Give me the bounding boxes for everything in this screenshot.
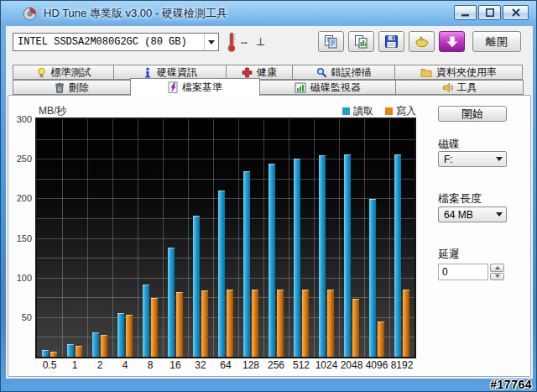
spin-up-button[interactable]	[490, 264, 504, 272]
download-button[interactable]	[439, 31, 465, 52]
tab-label: 磁碟監視器	[310, 81, 361, 95]
write-bar	[76, 346, 82, 357]
tab-tools[interactable]: 工具	[395, 80, 524, 95]
app-logo-icon	[23, 7, 37, 21]
read-bar	[92, 332, 99, 357]
legend-read-label: 讀取	[353, 104, 373, 118]
gridline	[37, 159, 414, 159]
tab-row-bottom: 刪除 檔案基準 磁碟監視器	[13, 80, 524, 96]
tab-erase[interactable]: 刪除	[13, 80, 131, 95]
gridline	[339, 119, 340, 357]
write-bar	[50, 352, 57, 357]
x-axis-label: 8192	[388, 359, 416, 371]
gridline	[37, 258, 414, 259]
write-bar	[302, 290, 309, 357]
x-axis-label: 256	[262, 359, 290, 371]
chevron-down-icon[interactable]	[204, 34, 218, 50]
y-axis-label: 300	[8, 114, 32, 124]
x-axis-label: 128	[237, 359, 265, 371]
tab-error-scan[interactable]: 錯誤掃描	[292, 65, 395, 80]
tab-disk-monitor[interactable]: 磁碟監視器	[259, 80, 396, 95]
tab-benchmark[interactable]: 標準測試	[13, 65, 114, 80]
gridline	[188, 119, 189, 357]
delay-label: 延遲	[438, 247, 460, 262]
disk-select[interactable]: F:	[438, 151, 507, 167]
tab-label: 資料夾使用率	[436, 65, 497, 80]
up-arrow-icon	[495, 266, 500, 269]
gridline	[213, 119, 214, 357]
read-bar	[67, 344, 74, 357]
gridline	[263, 119, 264, 357]
gridline	[364, 119, 365, 357]
gridline	[37, 179, 414, 180]
read-bar	[243, 171, 250, 357]
maximize-button[interactable]	[478, 5, 501, 20]
x-axis-label: 2	[86, 359, 114, 371]
minimize-button[interactable]	[454, 5, 477, 20]
delay-input[interactable]	[438, 264, 488, 280]
y-axis-label: 200	[8, 193, 32, 203]
disk-label: 磁碟	[438, 137, 460, 152]
file-length-select[interactable]: 64 MB	[438, 206, 507, 222]
tab-label: 刪除	[69, 81, 89, 95]
tab-row-top: 標準測試 硬碟資訊 健康 錯誤掃描	[13, 65, 523, 80]
x-axis-label: 1024	[312, 359, 341, 371]
read-bar	[218, 191, 225, 357]
gridline	[37, 297, 414, 298]
benchmark-panel: MB/秒 讀取 寫入 50100150200250300 0.512481632…	[8, 95, 531, 377]
start-button[interactable]: 開始	[438, 106, 507, 122]
tab-label: 檔案基準	[182, 81, 222, 95]
options-button[interactable]	[409, 31, 435, 52]
read-bar	[268, 164, 275, 357]
exit-button[interactable]: 離開	[472, 31, 521, 52]
y-axis-label: 50	[8, 312, 32, 322]
copy-text-button[interactable]	[318, 31, 344, 52]
down-arrow-icon	[446, 35, 459, 49]
write-bar	[126, 315, 133, 357]
copy-icon	[324, 34, 338, 49]
copy-image-button[interactable]	[348, 31, 374, 52]
legend-write-label: 寫入	[396, 104, 416, 118]
gridline	[238, 119, 239, 357]
info-icon	[143, 67, 153, 78]
x-axis-label: 2048	[337, 359, 366, 371]
app-window: HD Tune 專業版 v3.00 - 硬碟檢測工具 INTEL SSDSA2M…	[0, 0, 537, 392]
write-bar	[151, 298, 158, 357]
drive-select[interactable]: INTEL SSDSA2M080G2GC (80 GB)	[13, 33, 219, 51]
drive-select-value: INTEL SSDSA2M080G2GC (80 GB)	[13, 36, 204, 48]
x-axis-label: 1	[60, 359, 89, 371]
read-bar	[294, 159, 300, 357]
read-bar	[193, 216, 200, 357]
plot-area	[37, 119, 414, 357]
x-axis-label: 512	[287, 359, 315, 371]
hand-icon	[414, 35, 430, 49]
chevron-down-icon[interactable]	[493, 212, 506, 217]
write-bar	[101, 335, 107, 357]
gridline	[37, 139, 414, 140]
tab-label: 健康	[257, 65, 277, 80]
spin-down-button[interactable]	[490, 273, 504, 281]
folder-icon	[420, 67, 432, 77]
file-length-label: 檔案長度	[438, 191, 482, 206]
close-button[interactable]	[503, 5, 529, 20]
read-bar	[319, 155, 326, 357]
gridline	[112, 119, 113, 357]
gridline	[62, 119, 63, 357]
bar-chart-icon	[295, 82, 306, 93]
tab-folder-usage[interactable]: 資料夾使用率	[394, 65, 523, 80]
x-axis-label: 16	[161, 359, 190, 371]
chevron-down-icon[interactable]	[493, 157, 506, 161]
down-arrow-icon	[495, 274, 500, 278]
save-button[interactable]	[378, 31, 404, 52]
write-bar	[227, 290, 233, 357]
read-bar	[344, 154, 351, 357]
x-axis-label: 4096	[362, 359, 391, 371]
gridline	[37, 278, 414, 279]
x-axis-label: 8	[136, 359, 164, 371]
legend-write: 寫入	[385, 104, 416, 118]
window-title: HD Tune 專業版 v3.00 - 硬碟檢測工具	[44, 6, 227, 21]
tab-file-benchmark[interactable]: 檔案基準	[130, 78, 260, 96]
gridline	[37, 198, 414, 199]
disk-select-value: F:	[439, 154, 493, 165]
write-bar	[252, 290, 258, 357]
